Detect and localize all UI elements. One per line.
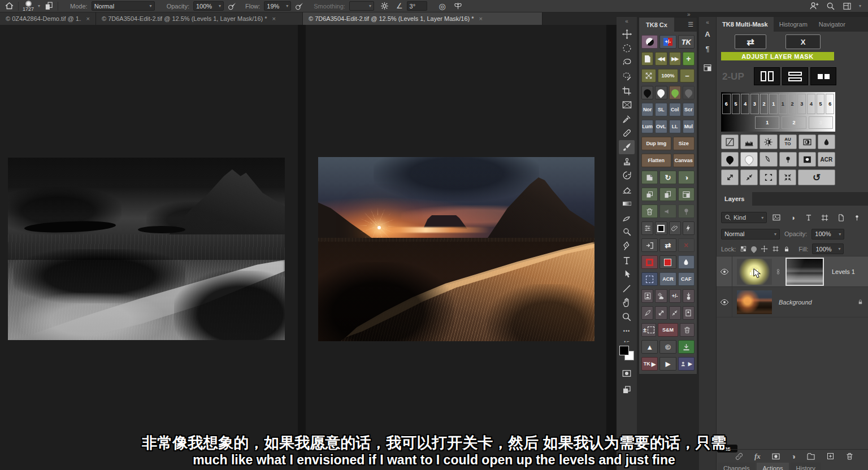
slice-tool[interactable] — [619, 98, 635, 112]
canvas-button[interactable]: Canvas — [673, 154, 695, 167]
airbrush-icon[interactable] — [295, 2, 304, 11]
properties-panel-icon[interactable] — [701, 62, 714, 74]
black-fill-button[interactable] — [655, 221, 667, 235]
screen-mode-icon[interactable] — [619, 382, 635, 397]
new-doc-button[interactable] — [641, 52, 653, 66]
tab-tk8-multi-mask[interactable]: TK8 Multi-Mask — [717, 17, 774, 32]
size-button[interactable]: Size — [673, 137, 695, 150]
gray-brush-button[interactable] — [683, 86, 695, 99]
expand-button[interactable] — [655, 306, 667, 320]
triangle-button[interactable]: ▲ — [641, 340, 658, 354]
visibility-toggle[interactable] — [717, 287, 732, 317]
zoom-100-button[interactable]: 100% — [658, 69, 678, 82]
dodge-button[interactable] — [760, 152, 777, 167]
smoothing-gear-icon[interactable] — [380, 2, 389, 10]
acr-button[interactable]: ACR — [659, 272, 676, 286]
plus-minus-adjust-button[interactable]: +/- — [659, 35, 676, 49]
auto-adjust-button[interactable]: AUTO — [779, 134, 797, 149]
layer-filter-select[interactable]: Kind▾ — [721, 212, 767, 223]
collapse-panel-icon[interactable]: « — [625, 18, 628, 27]
lights-6-zone[interactable]: 6 — [826, 94, 834, 114]
pen-tool[interactable] — [619, 239, 635, 253]
window-arrange-button[interactable] — [678, 188, 695, 201]
portrait-button[interactable] — [641, 289, 653, 303]
symmetry-butterfly-icon[interactable] — [453, 1, 463, 11]
zoom-tool[interactable] — [619, 310, 635, 324]
chevron-down-icon[interactable]: ▾ — [38, 3, 40, 8]
darks-5-zone[interactable]: 5 — [732, 94, 740, 114]
collapse-panel-icon[interactable]: « — [706, 19, 709, 25]
selection-frame-button[interactable] — [641, 272, 658, 286]
tab-navigator[interactable]: Navigator — [813, 17, 851, 32]
flatten-button[interactable]: Flatten — [641, 154, 671, 167]
plus-minus-button[interactable]: +/- — [669, 289, 681, 303]
lock-transparency-icon[interactable] — [740, 245, 747, 253]
smoothing-select[interactable]: ▾ — [349, 1, 374, 11]
blend-luminosity-button[interactable]: Lum — [641, 120, 653, 133]
copy-merged-button[interactable] — [641, 188, 658, 201]
mask-view-button[interactable] — [798, 152, 816, 167]
dodge-tool[interactable] — [619, 225, 635, 239]
invert-button[interactable] — [798, 134, 816, 149]
color-swatches[interactable] — [619, 346, 634, 360]
history-brush-tool[interactable] — [619, 168, 635, 182]
brush-settings-panel-toggle[interactable] — [44, 1, 54, 11]
marquee-tool[interactable] — [619, 41, 635, 55]
midtones-1-zone[interactable]: 1 — [755, 116, 779, 129]
mode-select[interactable]: Normal▾ — [92, 1, 155, 11]
load-mask-button[interactable] — [683, 289, 695, 303]
feather-button[interactable] — [641, 306, 653, 320]
mask-preview-button[interactable] — [641, 35, 658, 49]
acr-button[interactable]: ACR — [818, 152, 835, 167]
move-tool[interactable] — [619, 27, 635, 41]
darks-3-zone[interactable]: 3 — [750, 94, 759, 114]
expand-mask-button[interactable] — [721, 169, 739, 185]
symmetry-target-icon[interactable]: ◎ — [439, 2, 446, 11]
red-frame-button[interactable] — [641, 255, 658, 269]
paragraph-panel-icon[interactable]: ¶ — [701, 42, 714, 55]
object-selection-tool[interactable] — [619, 69, 635, 84]
filter-pin-icon[interactable] — [851, 212, 863, 223]
speaker-button[interactable] — [659, 204, 676, 218]
smart-mask-button[interactable]: S&M — [658, 323, 678, 337]
tk-actions-button[interactable]: TK▶ — [641, 357, 658, 371]
opacity-select[interactable]: 100%▾ — [811, 229, 844, 240]
zoom-in-button[interactable]: + — [683, 52, 695, 66]
contract-button[interactable] — [669, 306, 681, 320]
apply-to-mask-button[interactable] — [641, 238, 658, 252]
lock-artboard-icon[interactable] — [772, 245, 779, 253]
burn-button[interactable] — [678, 204, 695, 218]
page-corner-button[interactable] — [641, 171, 658, 184]
layer-mask-thumbnail[interactable] — [787, 259, 823, 285]
lasso-tool[interactable] — [619, 55, 635, 69]
red-fill-button[interactable] — [659, 255, 676, 269]
blend-screen-button[interactable]: Scr — [683, 103, 695, 116]
white-brush-button[interactable] — [740, 152, 758, 167]
flash-button[interactable] — [683, 221, 695, 235]
sun-cloud-button[interactable] — [655, 289, 667, 303]
curves-button[interactable] — [721, 134, 739, 149]
eyedropper-tool[interactable] — [619, 112, 635, 126]
adjustment-sliders-button[interactable] — [641, 221, 653, 235]
tab-histogram[interactable]: Histogram — [774, 17, 813, 32]
layer-name[interactable]: Background — [779, 299, 812, 306]
brush-angle-value[interactable]: 3° — [407, 1, 427, 11]
quick-mask-icon[interactable] — [619, 366, 635, 380]
opacity-select[interactable]: 100%▾ — [193, 1, 224, 11]
tab-layers[interactable]: Layers — [717, 192, 752, 206]
view-2up-windows-button[interactable] — [810, 67, 836, 85]
blend-overlay-button[interactable]: OvL — [655, 120, 667, 133]
close-icon[interactable]: × — [479, 15, 483, 22]
lights-3-zone[interactable]: 3 — [797, 94, 806, 114]
fit-screen-button[interactable] — [641, 69, 656, 82]
lights-2-zone[interactable]: 2 — [788, 94, 797, 114]
midtones-3-zone[interactable]: 3 — [809, 116, 833, 129]
lights-4-zone[interactable]: 4 — [807, 94, 815, 114]
dup-img-button[interactable]: Dup Img — [641, 137, 671, 150]
midtones-2-zone[interactable]: 2 — [782, 116, 806, 129]
rotate-button[interactable]: ↻ — [659, 171, 676, 184]
blend-normal-button[interactable]: Nor — [641, 103, 653, 116]
levels-button[interactable] — [740, 134, 758, 149]
lock-paint-icon[interactable] — [751, 246, 757, 252]
caf-button[interactable]: CAF — [678, 272, 695, 286]
